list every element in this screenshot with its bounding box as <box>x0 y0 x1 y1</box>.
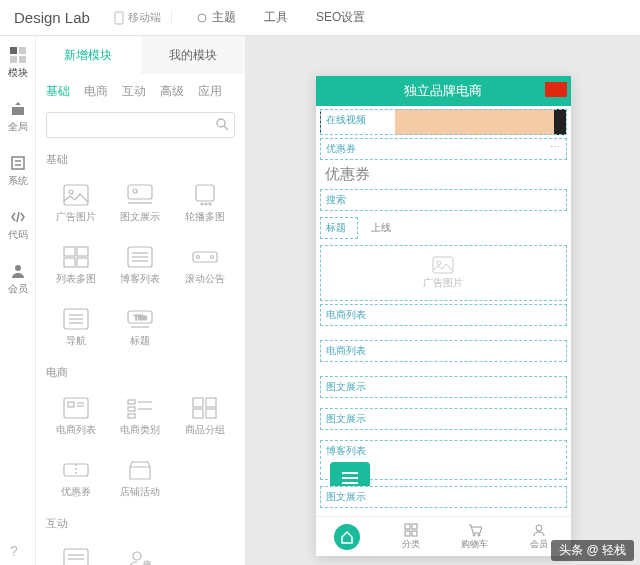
flag-icon <box>545 82 567 97</box>
slot-pic-1[interactable]: 图文展示 <box>320 376 567 398</box>
search-icon[interactable] <box>215 117 229 135</box>
svg-rect-48 <box>193 398 203 407</box>
slot-blog[interactable]: 博客列表 <box>320 440 567 480</box>
mod-ecom-cat[interactable]: 电商类别 <box>108 386 172 448</box>
help-icon[interactable]: ? <box>10 543 18 559</box>
svg-rect-45 <box>128 407 135 411</box>
svg-rect-67 <box>412 524 417 529</box>
svg-point-20 <box>209 203 211 205</box>
subtab-app[interactable]: 应用 <box>198 83 222 100</box>
foot-home[interactable] <box>316 517 380 556</box>
slot-title[interactable]: 标题 <box>320 217 358 239</box>
subtab-interact[interactable]: 互动 <box>122 83 146 100</box>
svg-rect-50 <box>193 409 203 418</box>
mod-title[interactable]: Title标题 <box>108 297 172 359</box>
mod-shop-activity[interactable]: 店铺活动 <box>108 448 172 510</box>
mod-coupon[interactable]: 优惠券 <box>44 448 108 510</box>
group-interact-title: 互动 <box>36 510 245 531</box>
topnav-seo[interactable]: SEO设置 <box>302 9 379 26</box>
rail-system[interactable]: 系统 <box>0 144 35 198</box>
subtab-basic[interactable]: 基础 <box>46 83 70 100</box>
svg-rect-66 <box>405 524 410 529</box>
svg-rect-24 <box>77 258 88 267</box>
svg-point-31 <box>210 256 213 259</box>
svg-rect-0 <box>115 12 123 24</box>
svg-rect-17 <box>196 185 214 201</box>
rail-module[interactable]: 模块 <box>0 36 35 90</box>
rail-global[interactable]: 全局 <box>0 90 35 144</box>
topnav-theme[interactable]: 主题 <box>182 9 250 26</box>
svg-rect-69 <box>412 531 417 536</box>
mod-form[interactable]: 在线表单 <box>44 537 108 565</box>
phone-preview: 独立品牌电商 在线视频 优惠券⋯ 优惠券 搜索 标题上线 广告图片 电商列表 电… <box>316 76 571 556</box>
mod-marquee[interactable]: 滚动公告 <box>173 235 237 297</box>
svg-rect-40 <box>68 402 74 407</box>
svg-point-18 <box>201 203 203 205</box>
device-switch[interactable]: 移动端 <box>104 10 172 25</box>
svg-point-19 <box>205 203 207 205</box>
svg-rect-22 <box>77 247 88 256</box>
mod-product-group[interactable]: 商品分组 <box>173 386 237 448</box>
mod-list-multi[interactable]: 列表多图 <box>44 235 108 297</box>
svg-line-11 <box>224 126 228 130</box>
mod-nav[interactable]: 导航 <box>44 297 108 359</box>
mod-ad-image[interactable]: 广告图片 <box>44 173 108 235</box>
slot-pic-2[interactable]: 图文展示 <box>320 408 567 430</box>
svg-point-62 <box>437 261 441 265</box>
rail-member[interactable]: 会员 <box>0 252 35 306</box>
svg-rect-54 <box>64 549 88 565</box>
phone-header: 独立品牌电商 <box>316 76 571 106</box>
foot-cart[interactable]: 购物车 <box>443 517 507 556</box>
rail-code[interactable]: 代码 <box>0 198 35 252</box>
svg-point-57 <box>133 552 141 560</box>
mod-blog-list[interactable]: 博客列表 <box>108 235 172 297</box>
slot-coupon[interactable]: 优惠券⋯ <box>320 138 567 160</box>
svg-point-71 <box>478 534 480 536</box>
svg-rect-68 <box>405 531 410 536</box>
slot-ecom-list-1[interactable]: 电商列表 <box>320 304 567 326</box>
slot-coupon-text: 优惠券 <box>320 163 567 186</box>
svg-point-10 <box>217 119 225 127</box>
mod-login[interactable]: 会员登录 <box>108 537 172 565</box>
slot-ecom-list-2[interactable]: 电商列表 <box>320 340 567 362</box>
group-ecom-title: 电商 <box>36 359 245 380</box>
canvas: 独立品牌电商 在线视频 优惠券⋯ 优惠券 搜索 标题上线 广告图片 电商列表 电… <box>246 36 640 565</box>
topnav-tools[interactable]: 工具 <box>250 9 302 26</box>
logo: Design Lab <box>0 9 104 26</box>
slot-video[interactable]: 在线视频 <box>320 109 567 135</box>
svg-point-15 <box>133 189 137 193</box>
svg-rect-51 <box>206 409 216 418</box>
svg-rect-12 <box>64 185 88 205</box>
slot-search[interactable]: 搜索 <box>320 189 567 211</box>
group-basic-title: 基础 <box>36 146 245 167</box>
svg-rect-47 <box>128 414 135 418</box>
subtab-ecom[interactable]: 电商 <box>84 83 108 100</box>
svg-point-72 <box>536 525 542 531</box>
mod-carousel[interactable]: 轮播多图 <box>173 173 237 235</box>
svg-rect-6 <box>12 157 24 169</box>
svg-point-13 <box>69 190 73 194</box>
svg-rect-23 <box>64 258 75 267</box>
svg-rect-2 <box>10 47 17 54</box>
svg-point-70 <box>473 534 475 536</box>
subtab-advanced[interactable]: 高级 <box>160 83 184 100</box>
svg-rect-61 <box>433 257 453 273</box>
mod-image-text[interactable]: 图文展示 <box>108 173 172 235</box>
search-input[interactable] <box>46 112 235 138</box>
svg-point-9 <box>15 265 21 271</box>
watermark: 头条 @ 轻栈 <box>551 540 634 561</box>
mod-ecom-list[interactable]: 电商列表 <box>44 386 108 448</box>
home-icon <box>334 524 360 550</box>
tab-add-module[interactable]: 新增模块 <box>36 36 141 74</box>
svg-rect-39 <box>64 398 88 418</box>
slot-online: 上线 <box>366 220 396 235</box>
slot-pic-3[interactable]: 图文展示 <box>320 486 567 508</box>
svg-point-30 <box>196 256 199 259</box>
tab-my-module[interactable]: 我的模块 <box>141 36 246 74</box>
svg-rect-5 <box>19 56 26 63</box>
slot-ad-image[interactable]: 广告图片 <box>320 245 567 301</box>
more-icon[interactable]: ⋯ <box>550 141 560 152</box>
svg-text:Title: Title <box>134 314 147 321</box>
foot-category[interactable]: 分类 <box>379 517 443 556</box>
svg-rect-49 <box>206 398 216 407</box>
